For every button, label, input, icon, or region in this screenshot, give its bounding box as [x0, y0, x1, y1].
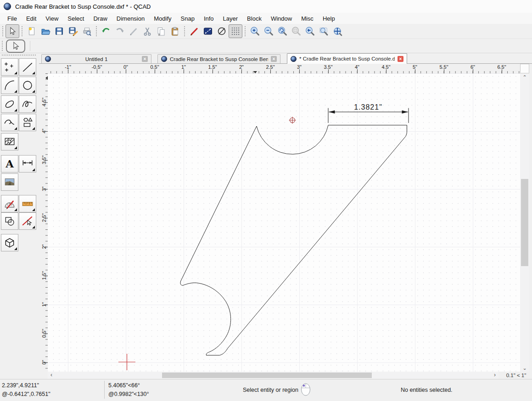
dimension-tool-button[interactable] [19, 155, 36, 173]
spline-tool-button[interactable] [19, 95, 36, 113]
selection-arrow-button[interactable] [6, 24, 19, 38]
dimension-text[interactable]: 1.3821" [354, 103, 382, 111]
image-tool-button[interactable] [1, 173, 18, 191]
relative-coordinate: @-0.6412",0.7651" [2, 391, 50, 397]
snap-tool-button[interactable] [19, 212, 36, 230]
close-icon[interactable]: × [398, 56, 403, 62]
menu-dimension[interactable]: Dimension [112, 14, 149, 23]
document-tab-3[interactable]: * Cradle Rear Bracket to Susp Console.dx… [287, 53, 407, 64]
zoom-out-button[interactable] [262, 24, 275, 38]
hatch-tool-icon [4, 136, 16, 148]
previous-view-button[interactable] [303, 24, 317, 38]
grid-toggle-button[interactable] [229, 24, 242, 38]
preferences-icon [203, 26, 213, 36]
application-preferences-button[interactable] [201, 24, 215, 38]
ruler-corner [41, 64, 48, 73]
circle-tool-button[interactable] [19, 77, 36, 94]
close-icon[interactable]: × [142, 56, 148, 62]
workspace: -1"-0.5"0"0.5"1"1.5"2"2.5"3"3.5"4"4.5"5"… [39, 64, 532, 379]
print-preview-button[interactable] [80, 24, 94, 38]
solid-tool-button[interactable] [1, 234, 18, 251]
point-tool-button[interactable] [1, 58, 18, 76]
save-button[interactable] [52, 24, 66, 38]
menu-help[interactable]: Help [318, 14, 340, 23]
options-separator [30, 41, 30, 51]
selection-tool-button[interactable] [6, 39, 25, 53]
menu-block[interactable]: Block [242, 14, 266, 23]
text-tool-button[interactable]: A [1, 155, 18, 173]
toolbar-handle[interactable] [2, 26, 4, 37]
hruler-major-tick [415, 69, 415, 73]
menu-layer[interactable]: Layer [218, 14, 243, 23]
line-tool-button[interactable] [19, 58, 36, 76]
window-zoom-icon [319, 26, 329, 36]
zoom-selection-button[interactable] [289, 24, 303, 38]
toolbar-handle[interactable] [244, 26, 246, 37]
hruler-major-tick [97, 69, 97, 73]
polyline-tool-button[interactable] [1, 114, 18, 131]
zoom-in-button[interactable] [248, 24, 262, 38]
vruler-major-tick [44, 276, 48, 276]
modify-tool-button[interactable] [1, 195, 18, 212]
absolute-polar-coordinate: 5.4065"<66° [108, 382, 140, 389]
menu-modify[interactable]: Modify [149, 14, 176, 23]
vruler-major-tick [44, 334, 48, 334]
menu-snap[interactable]: Snap [176, 14, 199, 23]
horizontal-scrollbar[interactable]: ‹ › [48, 372, 498, 379]
menu-misc[interactable]: Misc [297, 14, 318, 23]
auto-zoom-button[interactable] [275, 24, 289, 38]
arc-tool-button[interactable] [1, 77, 18, 94]
window-zoom-button[interactable] [317, 24, 330, 38]
vertical-scrollbar[interactable]: ⌃ ⌄ [520, 73, 529, 372]
redo-icon [115, 26, 125, 36]
hruler-major-tick [184, 69, 184, 73]
hruler-major-tick [357, 69, 358, 73]
menu-info[interactable]: Info [199, 14, 218, 23]
menu-draw[interactable]: Draw [89, 14, 112, 23]
zoom-selection-icon [291, 26, 301, 36]
bracket-outline[interactable] [180, 125, 407, 356]
new-file-button[interactable] [25, 24, 39, 38]
draft-mode-button[interactable] [215, 24, 229, 38]
document-tab-2[interactable]: Cradle Rear Bracket to Susp Console Bend… [157, 54, 280, 63]
drawing-entities[interactable]: 1.3821" [48, 73, 520, 372]
toolbar-handle[interactable] [21, 26, 23, 37]
pen-button[interactable] [127, 24, 140, 38]
measure-tool-button[interactable] [19, 195, 36, 212]
save-as-button[interactable] [66, 24, 80, 38]
pan-button[interactable] [330, 24, 344, 38]
cut-button[interactable] [140, 24, 154, 38]
open-file-button[interactable] [39, 24, 52, 38]
copy-button[interactable] [154, 24, 168, 38]
menu-edit[interactable]: Edit [22, 14, 41, 23]
palette-handle[interactable] [1, 54, 36, 56]
ellipse-tool-button[interactable] [1, 95, 18, 113]
grid-status: 0.1" < 1" [500, 372, 532, 379]
hruler-major-tick [444, 69, 444, 73]
menu-file[interactable]: File [3, 14, 22, 23]
shape-tool-button[interactable] [19, 114, 36, 131]
vertical-scroll-thumb[interactable] [521, 179, 528, 266]
arc-center-marker [289, 117, 296, 124]
drawing-preferences-button[interactable] [187, 24, 201, 38]
toolbar-handle[interactable] [95, 26, 97, 37]
undo-button[interactable] [99, 24, 113, 38]
menu-view[interactable]: View [41, 14, 63, 23]
menu-select[interactable]: Select [63, 14, 89, 23]
command-hint: Select entity or region [243, 387, 298, 393]
paste-button[interactable] [168, 24, 182, 38]
document-tab-1[interactable]: Untitled 1× [41, 54, 151, 63]
close-icon[interactable]: × [271, 56, 277, 62]
scroll-up-button[interactable]: ⌃ [520, 73, 529, 81]
hatch-tool-button[interactable] [1, 133, 18, 150]
redo-button[interactable] [113, 24, 127, 38]
scroll-right-button[interactable]: › [491, 372, 498, 379]
hruler-major-tick [270, 69, 271, 73]
toolbar-handle[interactable] [1, 40, 3, 51]
scroll-down-button[interactable]: ⌄ [520, 364, 529, 372]
selection-tool-group-button[interactable] [1, 212, 18, 230]
toolbar-handle[interactable] [184, 26, 185, 37]
horizontal-scroll-thumb[interactable] [162, 373, 372, 378]
scroll-left-button[interactable]: ‹ [48, 372, 55, 379]
menu-window[interactable]: Window [266, 14, 297, 23]
